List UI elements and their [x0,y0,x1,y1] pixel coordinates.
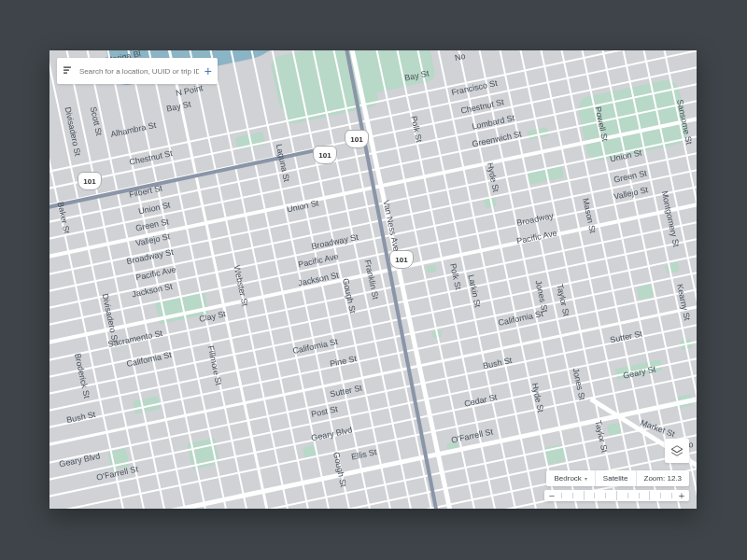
zoom-in-button[interactable]: + [674,490,689,501]
street-label: Bush St [482,356,513,371]
zoom-out-button[interactable]: − [544,490,559,501]
street-label: Bay St [165,99,191,113]
highway-shield: 101 [78,172,102,190]
zoom-track[interactable] [559,490,674,501]
search-bar: + [57,58,218,84]
zoom-slider: − + [544,490,689,501]
map-viewport[interactable]: 101 101 101 101 Marina BlDivisadero StSc… [49,50,697,509]
street-label: Union St [286,199,319,215]
street-label: Polk St [409,115,424,143]
street-label: Gough St [331,451,348,487]
street-label: Polk St [448,262,463,290]
street-label: No [454,51,466,63]
satellite-button[interactable]: Satelite [596,470,637,486]
street-label: Alhambra St [110,120,158,139]
highway-shield: 101 [389,250,414,269]
street-label: Ellis St [350,447,377,462]
map-controls: Bedrock▾ Satelite Zoom: 12.3 − + [544,439,689,501]
street-label: Sutter St [609,329,642,344]
add-icon[interactable]: + [204,63,212,78]
street-label: Broderick St [73,352,92,399]
street-label: Pine St [329,354,357,369]
chevron-down-icon: ▾ [585,475,587,482]
sort-icon[interactable] [63,63,74,79]
highway-shield: 101 [345,130,369,148]
highway-shield: 101 [313,146,337,164]
basemap-switcher: Bedrock▾ Satelite Zoom: 12.3 [546,470,689,486]
search-input[interactable] [79,67,199,76]
street-label: Fillmore St [206,344,224,385]
street-label: Geary Blvd [58,451,101,469]
zoom-readout: Zoom: 12.3 [637,470,689,486]
street-label: California St [125,350,172,369]
layers-button[interactable] [665,439,689,463]
basemap-select[interactable]: Bedrock▾ [546,470,595,486]
street-label: Bush St [65,410,96,425]
